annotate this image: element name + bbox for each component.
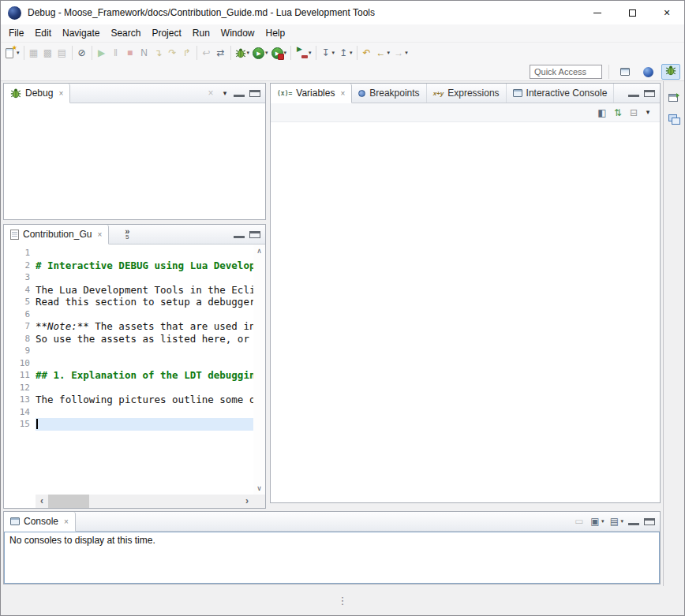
external-tools-dropdown-icon[interactable]: ▾	[309, 50, 312, 56]
close-tab-icon[interactable]: ×	[340, 89, 345, 98]
close-tab-icon[interactable]: ×	[58, 89, 63, 98]
tab-contribution-guide[interactable]: Contribution_Gu ×	[4, 225, 109, 245]
close-tab-icon[interactable]: ×	[97, 230, 102, 239]
tab-breakpoints[interactable]: Breakpoints	[352, 84, 426, 103]
line-number[interactable]: 7	[4, 320, 36, 333]
editor-line[interactable]	[36, 382, 253, 394]
open-console-button[interactable]: ▤▾	[607, 513, 625, 529]
app-icon[interactable]	[8, 6, 21, 20]
display-selected-console-dropdown-icon[interactable]: ▾	[601, 518, 605, 525]
next-annotation-button[interactable]: ↧▾	[319, 44, 337, 62]
minimize-button[interactable]	[232, 226, 246, 242]
debug-button[interactable]: ▾	[234, 44, 252, 62]
scrollbar-thumb[interactable]	[48, 495, 89, 508]
lua-perspective-button[interactable]	[638, 64, 657, 80]
tab-console[interactable]: Console ×	[4, 512, 76, 532]
maximize-button[interactable]	[642, 85, 657, 101]
debug-dropdown-icon[interactable]: ▾	[247, 50, 250, 56]
line-number[interactable]: 6	[4, 308, 36, 321]
scroll-right-icon[interactable]: ›	[241, 495, 253, 508]
open-console-dropdown-icon[interactable]: ▾	[620, 518, 623, 525]
view-menu-button[interactable]: ▾	[642, 105, 653, 121]
code-area[interactable]: # Interactive DEBUG using Lua DevelopThe…	[36, 245, 253, 495]
run-dropdown-icon[interactable]: ▾	[265, 50, 268, 56]
menu-project[interactable]: Project	[146, 24, 186, 42]
line-number[interactable]: 4	[4, 284, 36, 297]
scroll-down-icon[interactable]: ∨	[256, 484, 262, 492]
editor-line[interactable]	[36, 271, 253, 284]
maximize-button[interactable]	[248, 85, 262, 101]
menu-help[interactable]: Help	[260, 24, 291, 42]
menu-run[interactable]: Run	[187, 24, 215, 42]
menu-window[interactable]: Window	[215, 24, 260, 42]
horizontal-scrollbar[interactable]: ‹ ›	[36, 495, 253, 508]
line-number[interactable]: 1	[4, 247, 36, 259]
view-menu-button[interactable]: ▾	[219, 85, 230, 101]
open-perspective-button[interactable]	[616, 64, 634, 80]
scroll-up-icon[interactable]: ∧	[256, 247, 262, 255]
editor-line[interactable]	[36, 406, 253, 419]
editor-line[interactable]	[36, 345, 253, 357]
editor-line[interactable]: The following pictures outline some o	[36, 394, 253, 406]
menu-file[interactable]: File	[3, 24, 29, 42]
line-number[interactable]: 13	[4, 394, 36, 406]
editor-line[interactable]	[36, 308, 253, 321]
restore-minimized-view-1-button[interactable]	[666, 89, 682, 105]
tab-interactive-console[interactable]: Interactive Console	[507, 84, 615, 103]
line-number[interactable]: 11	[4, 369, 36, 382]
restore-minimized-view-2-button[interactable]	[666, 111, 682, 127]
vertical-scrollbar[interactable]: ∧ ∨	[253, 245, 265, 495]
maximize-button[interactable]	[248, 226, 262, 242]
editor-line[interactable]: The Lua Development Tools in the Ecli	[36, 284, 253, 297]
close-tab-icon[interactable]: ×	[64, 517, 69, 526]
line-number[interactable]: 12	[4, 382, 36, 394]
profile-button[interactable]: ▶▾	[270, 44, 289, 62]
drag-grip[interactable]: ⋮	[338, 595, 348, 607]
close-window-button[interactable]: ×	[649, 1, 684, 24]
profile-dropdown-icon[interactable]: ▾	[284, 50, 287, 56]
new-button[interactable]: ★▾	[3, 44, 21, 62]
minimize-button[interactable]	[627, 513, 641, 529]
menu-edit[interactable]: Edit	[29, 24, 57, 42]
minimize-button[interactable]	[627, 85, 641, 101]
editor-line[interactable]: **Note:** The assets that are used in	[36, 320, 253, 333]
tab-variables[interactable]: (x)=Variables×	[271, 84, 352, 103]
editor-line[interactable]: # Interactive DEBUG using Lua Develop	[36, 259, 253, 272]
minimize-window-button[interactable]	[580, 1, 615, 24]
editor-line[interactable]: ## 1. Explanation of the LDT debuggin	[36, 369, 253, 382]
editor-line[interactable]: Read this section to setup a debugger	[36, 296, 253, 308]
editor-line[interactable]: So use the assets as listed here, or	[36, 333, 253, 345]
line-number[interactable]: 9	[4, 345, 36, 357]
console-body[interactable]: No consoles to display at this time.	[4, 532, 660, 584]
back-dropdown-icon[interactable]: ▾	[387, 50, 391, 56]
editor-line[interactable]	[36, 418, 253, 431]
external-tools-button[interactable]: ▶▾	[294, 44, 313, 62]
last-edit-location-button[interactable]: ↶	[360, 44, 374, 62]
line-number[interactable]: 5	[4, 296, 36, 308]
line-number[interactable]: 3	[4, 271, 36, 284]
maximize-button[interactable]	[642, 513, 657, 529]
line-number[interactable]: 14	[4, 406, 36, 419]
editor-line[interactable]	[36, 357, 253, 370]
scrollbar-track[interactable]	[48, 495, 241, 508]
show-logical-structure-button[interactable]: ◧	[595, 105, 609, 121]
run-button[interactable]: ▶▾	[251, 44, 270, 62]
editor-line[interactable]	[36, 247, 253, 259]
add-new-expression-button[interactable]: ⇅	[611, 105, 625, 121]
previous-annotation-button[interactable]: ↥▾	[336, 44, 354, 62]
menu-search[interactable]: Search	[105, 24, 146, 42]
scroll-left-icon[interactable]: ‹	[36, 495, 48, 508]
use-step-filters-button[interactable]: ⇄	[214, 44, 228, 62]
debug-perspective-button[interactable]	[661, 64, 680, 80]
menu-navigate[interactable]: Navigate	[57, 24, 105, 42]
line-number[interactable]: 2	[4, 259, 36, 272]
previous-annotation-dropdown-icon[interactable]: ▾	[350, 50, 353, 56]
display-selected-console-button[interactable]: ▣▾	[588, 513, 606, 529]
quick-access-input[interactable]: Quick Access	[530, 65, 602, 79]
tab-debug[interactable]: Debug ×	[4, 84, 70, 103]
editor-body[interactable]: 123456789101112131415 # Interactive DEBU…	[4, 245, 265, 508]
back-button[interactable]: ←▾	[374, 44, 392, 62]
tab-expressions[interactable]: x+yExpressions	[427, 84, 507, 103]
next-annotation-dropdown-icon[interactable]: ▾	[332, 50, 335, 56]
maximize-window-button[interactable]	[615, 1, 649, 24]
